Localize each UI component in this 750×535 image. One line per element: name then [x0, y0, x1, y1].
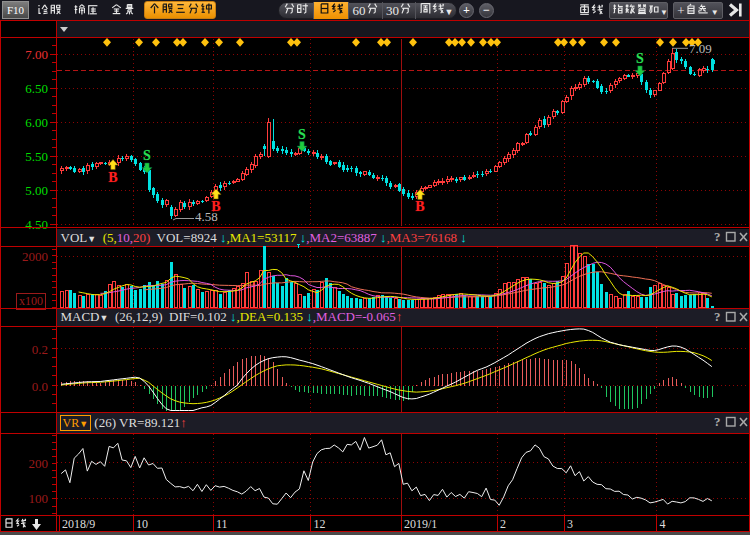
svg-text:7.09: 7.09: [689, 41, 712, 56]
svg-text:B: B: [415, 199, 424, 214]
svg-text:S: S: [636, 51, 644, 66]
svg-text:4.58: 4.58: [195, 209, 218, 224]
svg-text:S: S: [298, 127, 306, 142]
svg-text:S: S: [143, 148, 151, 163]
svg-text:B: B: [108, 170, 117, 185]
